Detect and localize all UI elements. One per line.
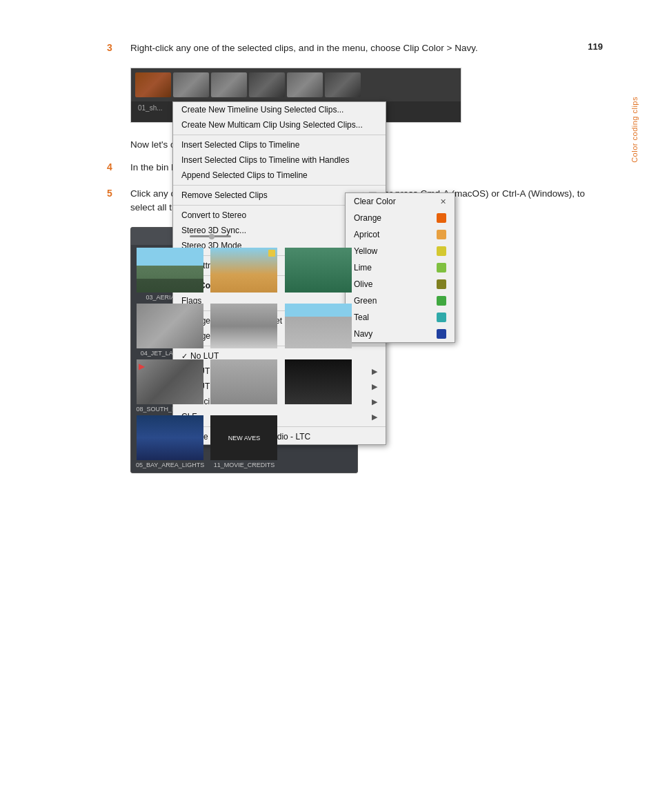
- separator-7: [173, 346, 386, 346]
- color-olive-swatch: [437, 279, 446, 289]
- step-4-number: 4: [107, 161, 119, 172]
- filmstrip: [131, 68, 461, 101]
- color-yellow-label: Yellow: [354, 246, 377, 256]
- filmstrip-thumb-5: [287, 72, 323, 97]
- color-orange-swatch: [437, 213, 446, 223]
- separator-8: [173, 426, 386, 427]
- media-item-bayarea[interactable]: 05_BAY_AREA_LIGHTS: [134, 415, 206, 470]
- media-thumb-kenya: [210, 248, 277, 293]
- media-thumb-bayarea: [137, 415, 203, 460]
- 3d-lut-arrow-icon: ▶: [372, 382, 377, 391]
- media-thumb-hawaiian: [210, 359, 277, 404]
- clf-arrow-icon: ▶: [372, 413, 377, 422]
- menu-remove-label: Remove Selected Clips: [181, 190, 268, 200]
- color-clear[interactable]: Clear Color ✕: [346, 193, 455, 210]
- menu-insert-handles[interactable]: Insert Selected Clips to Timeline with H…: [173, 152, 386, 168]
- color-teal-swatch: [437, 313, 446, 322]
- media-item-credits[interactable]: NEW AVES 11_MOVIE_CREDITS: [208, 415, 280, 470]
- credits-text: NEW AVES: [227, 433, 261, 443]
- color-green-swatch: [437, 296, 446, 306]
- menu-3d-lut[interactable]: 3D LUT ▶: [173, 379, 386, 394]
- media-thumb-takeoff: [285, 304, 352, 348]
- media-thumb-maldives: [285, 248, 352, 293]
- menu-create-timeline[interactable]: Create New Timeline Using Selected Clips…: [173, 102, 386, 117]
- menu-append[interactable]: Append Selected Clips to Timeline: [173, 168, 386, 183]
- color-navy[interactable]: Navy: [346, 326, 455, 342]
- separator-1: [173, 135, 386, 135]
- media-thumb-taxi: [210, 304, 277, 348]
- menu-update-timecode[interactable]: Update Timecode from Audio - LTC: [173, 429, 386, 444]
- color-yellow[interactable]: Yellow: [346, 243, 455, 259]
- filmstrip-thumb-1: [135, 72, 171, 97]
- color-green-label: Green: [354, 296, 377, 306]
- clip-label: 01_sh...: [135, 103, 166, 113]
- color-orange-label: Orange: [354, 213, 381, 223]
- color-lime-swatch: [437, 263, 446, 273]
- color-apricot-swatch: [437, 230, 446, 239]
- color-yellow-swatch: [437, 246, 446, 256]
- media-label-bayarea: 05_BAY_AREA_LIGHTS: [134, 460, 206, 470]
- menu-clf[interactable]: CLF ▶: [173, 409, 386, 424]
- media-label-credits: 11_MOVIE_CREDITS: [208, 460, 280, 470]
- color-clear-x-icon: ✕: [440, 197, 446, 206]
- color-apricot[interactable]: Apricot: [346, 226, 455, 243]
- menu-davinci-ctl[interactable]: DaVinci CTL ▶: [173, 394, 386, 409]
- color-submenu[interactable]: Clear Color ✕ Orange Apricot Yellow Lime…: [345, 192, 455, 343]
- color-teal[interactable]: Teal: [346, 309, 455, 326]
- context-menu-screenshot: 01_sh... Create New Timeline Using Selec…: [130, 68, 461, 123]
- menu-no-lut[interactable]: ✓No LUT: [173, 348, 386, 364]
- davinci-ctl-arrow-icon: ▶: [372, 397, 377, 406]
- media-thumb-milkyway: [285, 359, 352, 404]
- separator-2: [173, 185, 386, 186]
- color-orange[interactable]: Orange: [346, 210, 455, 226]
- media-thumb-southpole: ▶: [137, 359, 203, 404]
- step-5-number: 5: [107, 188, 119, 199]
- 1d-lut-arrow-icon: ▶: [372, 367, 377, 376]
- color-olive[interactable]: Olive: [346, 276, 455, 293]
- color-olive-label: Olive: [354, 279, 372, 289]
- menu-1d-lut[interactable]: 1D LUT ▶: [173, 364, 386, 379]
- menu-create-multicam[interactable]: Create New Multicam Clip Using Selected …: [173, 117, 386, 132]
- media-thumb-jet: [137, 304, 203, 348]
- filmstrip-thumb-4: [249, 72, 285, 97]
- color-navy-label: Navy: [354, 329, 372, 339]
- step-3: 3 Right-click any one of the selected cl…: [107, 41, 603, 55]
- kenya-flag-icon: [268, 250, 275, 257]
- filmstrip-thumb-2: [173, 72, 209, 97]
- color-teal-label: Teal: [354, 313, 369, 322]
- color-green[interactable]: Green: [346, 293, 455, 309]
- filmstrip-thumb-3: [211, 72, 247, 97]
- media-thumb-credits: NEW AVES: [210, 415, 277, 460]
- step-3-number: 3: [107, 42, 119, 53]
- color-navy-swatch: [437, 329, 446, 339]
- color-lime[interactable]: Lime: [346, 259, 455, 276]
- step-3-text: Right-click any one of the selected clip…: [130, 41, 478, 55]
- color-clear-label: Clear Color: [354, 197, 396, 206]
- menu-insert-timeline[interactable]: Insert Selected Clips to Timeline: [173, 137, 386, 152]
- filmstrip-thumb-6: [325, 72, 361, 97]
- media-thumb-aerial: [137, 248, 203, 293]
- southpole-arrow-icon: ▶: [139, 362, 145, 371]
- color-apricot-label: Apricot: [354, 230, 379, 239]
- size-slider[interactable]: [190, 235, 231, 237]
- color-lime-label: Lime: [354, 263, 372, 273]
